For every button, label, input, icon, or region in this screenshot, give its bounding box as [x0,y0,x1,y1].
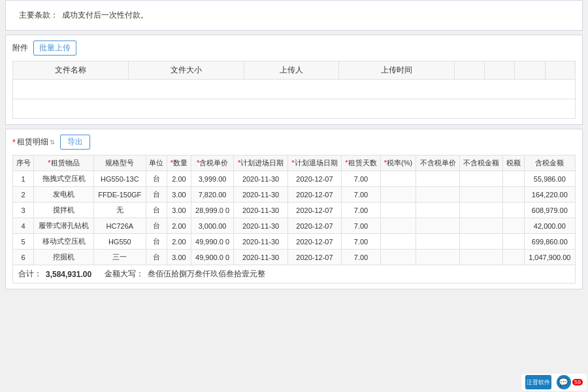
rental-title: 租赁明细 [17,137,48,148]
sum-row: 合计： 3,584,931.00 金额大写： 叁佰伍拾捌万叁仟玖佰叁拾壹元整 [12,265,576,284]
rental-table-cell [503,203,524,218]
rental-table-cell: 履带式潜孔钻机 [34,218,94,234]
th-unit: 单位 [146,155,167,171]
rental-table-cell: 2.00 [167,218,191,234]
sort-icon[interactable]: ⇅ [50,139,55,146]
rental-table-cell: 49,900.0 0 [191,250,234,265]
col-action3 [515,61,545,80]
rental-header: * 租赁明细 ⇅ 导出 [12,135,576,150]
rental-table-wrap: 序号 *租赁物品 规格型号 单位 *数量 *含税单价 *计划进场日期 *计划退场… [12,155,576,265]
col-action1 [454,61,484,80]
rental-table-cell: 7.00 [342,203,381,218]
th-amount-notax: 不含税金额 [459,155,503,171]
rental-table-cell: 3.00 [167,250,191,265]
rental-table-cell: 台 [146,171,167,187]
rental-table-cell: 台 [146,218,167,234]
rental-table-cell: 2.00 [167,234,191,250]
th-tax: 税额 [503,155,524,171]
rental-table-cell [416,234,460,250]
rental-table-cell: 699,860.00 [524,234,575,250]
rental-table-cell: 28,999.0 0 [191,203,234,218]
rental-table-cell [416,187,460,203]
th-item: *租赁物品 [34,155,94,171]
rental-table-cell: 2020-12-07 [287,187,341,203]
rental-section: * 租赁明细 ⇅ 导出 序号 *租赁物品 规格型号 单位 *数量 *含税单价 *… [5,129,583,289]
rental-table-cell [380,250,416,265]
rental-table-cell: 台 [146,250,167,265]
attachment-empty-row-1 [13,80,576,99]
th-plan-out: *计划退场日期 [287,155,341,171]
rental-table-cell: 无 [93,203,146,218]
logo-brand: 泛普软件 [527,378,550,387]
main-terms-label: 主要条款： [19,10,58,21]
rental-table-cell: 4 [13,218,34,234]
th-days: *租赁天数 [342,155,381,171]
rental-table-cell [380,171,416,187]
sum-label: 合计： [18,269,42,280]
th-unit-price: *含税单价 [191,155,234,171]
rental-table-cell: 搅拌机 [34,203,94,218]
rental-table-cell: 2020-11-30 [234,203,287,218]
rental-table-row[interactable]: 5移动式空压机HG550台2.0049,990.0 02020-11-30202… [13,234,576,250]
attachment-title: 附件 [12,42,28,54]
rental-table-cell [503,234,524,250]
attachment-empty-cell-2 [13,99,576,119]
chat-bubble-icon[interactable]: 💬 [557,375,571,389]
rental-table-cell [380,203,416,218]
rental-table-cell: 2020-11-30 [234,218,287,234]
batch-upload-button[interactable]: 批量上传 [33,41,76,56]
rental-table-cell: 55,986.00 [524,171,575,187]
page-wrapper: 主要条款： 成功支付后一次性付款。 附件 批量上传 文件名称 文件大小 上传人 … [0,0,588,392]
th-unit-price-notax: 不含税单价 [416,155,460,171]
rental-table-cell: 2020-12-07 [287,203,341,218]
logo-area: 泛普软件 💬 59 [521,374,587,391]
rental-table-cell: 台 [146,234,167,250]
rental-table-cell: 2020-12-07 [287,250,341,265]
rental-table-cell: 发电机 [34,187,94,203]
rental-table-cell [416,250,460,265]
rental-table-cell [380,234,416,250]
rental-table-cell: 拖拽式空压机 [34,171,94,187]
rental-table-cell: 2 [13,187,34,203]
th-qty: *数量 [167,155,191,171]
rental-table-cell [503,171,524,187]
col-upload-time: 上传时间 [338,61,454,80]
rental-table-cell [503,250,524,265]
attachment-empty-row-2 [13,99,576,119]
rental-table-cell: HG550 [93,234,146,250]
attachment-empty-cell [13,80,576,99]
rental-table-header-row: 序号 *租赁物品 规格型号 单位 *数量 *含税单价 *计划进场日期 *计划退场… [13,155,576,171]
export-button[interactable]: 导出 [60,135,90,150]
rental-table-cell [459,250,503,265]
rental-table-cell [503,187,524,203]
rental-table-cell: 7.00 [342,187,381,203]
rental-table-cell [459,203,503,218]
rental-table-row[interactable]: 2发电机FFDE-150GF台3.007,820.002020-11-30202… [13,187,576,203]
rental-title-wrap: * 租赁明细 ⇅ [12,137,55,148]
rental-table-row[interactable]: 6挖掘机三一台3.0049,900.0 02020-11-302020-12-0… [13,250,576,265]
main-terms-row: 主要条款： 成功支付后一次性付款。 [12,6,576,25]
rental-table-row[interactable]: 1拖拽式空压机HG550-13C台2.003,999.002020-11-302… [13,171,576,187]
rental-table-cell: 台 [146,203,167,218]
rental-table-cell: 2020-11-30 [234,187,287,203]
rental-table: 序号 *租赁物品 规格型号 单位 *数量 *含税单价 *计划进场日期 *计划退场… [12,155,576,265]
rental-required-star: * [12,138,16,147]
rental-table-cell: 2.00 [167,171,191,187]
rental-table-cell: 挖掘机 [34,250,94,265]
sum-daxie-label: 金额大写： [105,269,144,280]
col-filename: 文件名称 [13,61,129,80]
attachment-section: 附件 批量上传 文件名称 文件大小 上传人 上传时间 [5,35,583,125]
rental-table-row[interactable]: 3搅拌机无台3.0028,999.0 02020-11-302020-12-07… [13,203,576,218]
rental-table-cell [416,203,460,218]
rental-table-cell: 1 [13,171,34,187]
rental-table-cell: 42,000.00 [524,218,575,234]
rental-table-cell: 164,220.00 [524,187,575,203]
rental-table-cell: 3.00 [167,203,191,218]
rental-table-cell: 49,990.0 0 [191,234,234,250]
rental-table-cell: 3,999.00 [191,171,234,187]
rental-table-cell [459,218,503,234]
rental-table-cell: 3,000.00 [191,218,234,234]
rental-table-row[interactable]: 4履带式潜孔钻机HC726A台2.003,000.002020-11-30202… [13,218,576,234]
rental-table-cell: 2020-11-30 [234,250,287,265]
rental-table-cell [416,171,460,187]
